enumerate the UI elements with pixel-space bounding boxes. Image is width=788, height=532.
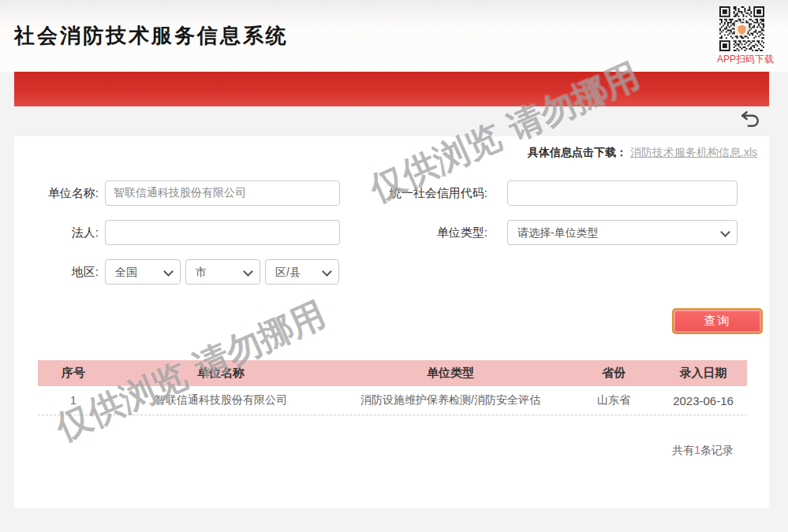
table-header-row: 序号 单位名称 单位类型 省份 录入日期 [38,360,747,386]
unit-type-label: 单位类型: [351,220,497,245]
qr-code-icon [717,6,766,51]
unit-name-input[interactable] [105,180,340,206]
region-district-value: 区/县 [275,266,301,278]
unit-type-selected-value: 请选择-单位类型 [517,226,599,239]
nav-bar [14,72,769,106]
unit-type-select[interactable]: 请选择-单位类型 [507,220,738,245]
col-header-seq: 序号 [38,366,109,381]
region-province-value: 全国 [115,266,137,278]
col-header-name: 单位名称 [109,366,333,381]
qr-download-box: APP扫码下载 [717,6,766,66]
unit-name-label: 单位名称: [14,180,106,206]
record-count-number: 1 [694,444,700,456]
download-line: 具体信息点击下载： 消防技术服务机构信息.xls [528,146,757,160]
record-count-prefix: 共有 [672,444,694,456]
region-city-select[interactable]: 市 [185,259,260,285]
download-label: 具体信息点击下载： [528,146,627,158]
table-row: 1 智联信通科技股份有限公司 消防设施维护保养检测/消防安全评估 山东省 202… [38,386,747,415]
record-count-suffix: 条记录 [700,444,734,456]
region-label: 地区: [14,259,106,285]
region-city-value: 市 [196,266,207,278]
cell-date: 2023-06-16 [659,394,747,407]
record-count: 共有1条记录 [672,444,734,458]
download-xls-link[interactable]: 消防技术服务机构信息.xls [630,146,757,158]
results-table: 序号 单位名称 单位类型 省份 录入日期 1 智联信通科技股份有限公司 消防设施… [38,360,747,415]
col-header-type: 单位类型 [333,366,568,381]
region-district-select[interactable]: 区/县 [265,259,339,285]
search-panel: 具体信息点击下载： 消防技术服务机构信息.xls 单位名称: 统一社会信用代码:… [14,136,769,508]
page-title: 社会消防技术服务信息系统 [14,22,289,50]
legal-person-label: 法人: [14,220,106,245]
cell-name: 智联信通科技股份有限公司 [109,393,333,407]
cell-type: 消防设施维护保养检测/消防安全评估 [333,393,568,407]
form-row-3: 地区: 全国 市 区/县 [14,259,769,285]
back-button[interactable] [739,109,761,129]
cell-seq: 1 [38,394,109,407]
legal-person-input[interactable] [105,220,340,245]
region-select-group: 全国 市 区/县 [105,259,339,285]
app-header: 社会消防技术服务信息系统 [0,0,788,72]
credit-code-label: 统一社会信用代码: [351,180,497,206]
query-button[interactable]: 查询 [672,308,763,334]
qr-caption: APP扫码下载 [717,53,766,66]
form-row-1: 单位名称: 统一社会信用代码: [14,180,769,206]
cell-province: 山东省 [568,393,659,407]
page: 社会消防技术服务信息系统 [0,0,788,532]
col-header-date: 录入日期 [659,366,747,381]
col-header-province: 省份 [568,366,659,381]
region-province-select[interactable]: 全国 [105,259,181,285]
form-row-2: 法人: 单位类型: 请选择-单位类型 [14,220,769,245]
credit-code-input[interactable] [507,180,738,206]
